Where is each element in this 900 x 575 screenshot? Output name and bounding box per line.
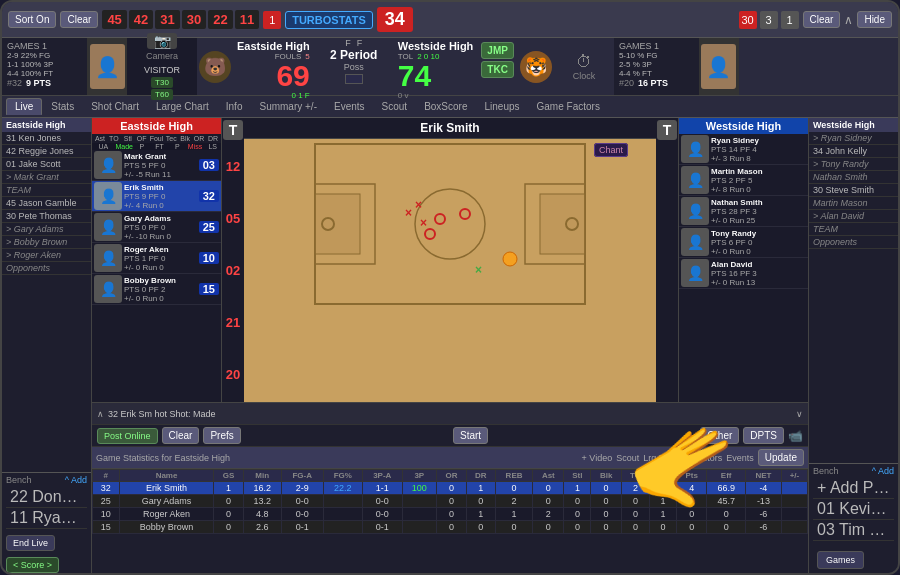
player-row-gary-adams[interactable]: 👤 Gary Adams PTS 0 PF 0 +/- -10 Run 0 25 — [92, 212, 221, 243]
td-gary-reb: 2 — [495, 495, 532, 508]
num-mark-grant: 03 — [199, 159, 219, 171]
sidebar-item-mark-grant[interactable]: > Mark Grant — [2, 171, 91, 184]
sidebar-item-ken-jones[interactable]: 31 Ken Jones — [2, 132, 91, 145]
right-period-indicators: 30 3 1 — [739, 11, 799, 29]
sidebar-right-opponents[interactable]: Opponents — [809, 236, 898, 249]
turbostats-logo: TURBOSTATS — [285, 11, 373, 29]
name-gary-adams: Gary Adams — [124, 214, 199, 223]
add-player-link[interactable]: ^ Add — [65, 475, 87, 485]
sidebar-item-opponents[interactable]: Opponents — [2, 262, 91, 275]
games-button[interactable]: Games — [817, 551, 864, 569]
jump-tkc-section: JMP TKC — [477, 38, 518, 95]
bench-label: Bench — [6, 475, 32, 485]
left-bench-section: Bench ^ Add 22 Donovan Korn 11 Ryan Long — [2, 472, 91, 531]
player-row-alan-david[interactable]: 👤 Alan David PTS 16 PF 3 +/- 0 Run 13 — [679, 258, 808, 289]
scroll-up-icon[interactable]: ∧ — [97, 409, 104, 419]
player-row-roger-aken[interactable]: 👤 Roger Aken PTS 1 PF 0 +/- 0 Run 0 10 — [92, 243, 221, 274]
td-bobby-3pa: 0-1 — [363, 521, 403, 534]
score-button[interactable]: < Score > — [6, 557, 59, 573]
right-add-link[interactable]: ^ Add — [872, 466, 894, 476]
main-score: 34 — [377, 7, 413, 32]
court-player-title: Erik Smith — [244, 118, 656, 139]
table-row-gary-adams[interactable]: 25 Gary Adams 0 13.2 0-0 0-0 0 0 2 — [93, 495, 808, 508]
scroll-down-icon[interactable]: ∨ — [796, 409, 803, 419]
clock-section: ⏱ Clock — [554, 38, 614, 95]
sidebar-item-bobby-brown[interactable]: > Bobby Brown — [2, 236, 91, 249]
fouls-row: F F — [345, 38, 362, 48]
sidebar-item-jake-scott[interactable]: 01 Jake Scott — [2, 158, 91, 171]
pts-erik-smith: PTS 9 PF 0 — [124, 192, 199, 201]
player-row-mark-grant[interactable]: 👤 Mark Grant PTS 5 PF 0 +/- -5 Run 11 03 — [92, 150, 221, 181]
video-icon[interactable]: 📹 — [788, 429, 803, 443]
table-row-roger-aken[interactable]: 10 Roger Aken 0 4.8 0-0 0-0 0 1 1 — [93, 508, 808, 521]
tab-boxscore[interactable]: BoxScore — [416, 99, 475, 114]
sidebar-item-gary-adams[interactable]: > Gary Adams — [2, 223, 91, 236]
th-blk: Blk — [591, 470, 621, 482]
player-row-martin-mason[interactable]: 👤 Martin Mason PTS 2 PF 5 +/- 8 Run 0 — [679, 165, 808, 196]
sidebar-right-alan-david[interactable]: > Alan David — [809, 210, 898, 223]
sidebar-item-jason-gamble[interactable]: 45 Jason Gamble — [2, 197, 91, 210]
table-row-erik-smith[interactable]: 32 Erik Smith 1 16.2 2-9 22.2 1-1 100 0 … — [93, 482, 808, 495]
td-roger-pf: 1 — [650, 508, 677, 521]
player-row-nathan-smith[interactable]: 👤 Nathan Smith PTS 28 PF 3 +/- 0 Run 25 — [679, 196, 808, 227]
sidebar-right-ryan-sidney[interactable]: > Ryan Sidney — [809, 132, 898, 145]
player-row-erik-smith[interactable]: 👤 Erik Smith PTS 9 PF 0 +/- 4 Run 0 32 — [92, 181, 221, 212]
tab-stats[interactable]: Stats — [43, 99, 82, 114]
hide-button[interactable]: Hide — [857, 11, 892, 28]
tkc-button[interactable]: TKC — [481, 61, 514, 78]
sidebar-right-john-kelly[interactable]: 34 John Kelly — [809, 145, 898, 158]
post-online-button[interactable]: Post Online — [97, 428, 158, 444]
tab-lineups[interactable]: Lineups — [477, 99, 528, 114]
clear-btn-bottom[interactable]: Clear — [162, 427, 200, 444]
num-bobby-brown: 15 — [199, 283, 219, 295]
other-btn[interactable]: Other — [700, 427, 739, 444]
sidebar-right-add-player[interactable]: + Add Player — [813, 478, 894, 499]
sidebar-item-roger-aken[interactable]: > Roger Aken — [2, 249, 91, 262]
sidebar-item-team[interactable]: TEAM — [2, 184, 91, 197]
sidebar-right-nathan-smith[interactable]: Nathan Smith — [809, 171, 898, 184]
sort-on-button[interactable]: Sort On — [8, 11, 56, 28]
table-row-bobby-brown[interactable]: 15 Bobby Brown 0 2.6 0-1 0-1 0 0 0 — [93, 521, 808, 534]
clear-button-1[interactable]: Clear — [60, 11, 98, 28]
sidebar-right-kevin-ian[interactable]: 01 Kevin Ian — [813, 499, 894, 520]
tab-game-factors[interactable]: Game Factors — [529, 99, 608, 114]
sidebar-right-martin-mason[interactable]: Martin Mason — [809, 197, 898, 210]
right-stat1: 5-10 % FG — [619, 51, 694, 60]
tab-shot-chart[interactable]: Shot Chart — [83, 99, 147, 114]
dpts-btn[interactable]: DPTS — [743, 427, 784, 444]
right-score-30: 30 — [739, 11, 757, 29]
sidebar-item-pete-thomas[interactable]: 30 Pete Thomas — [2, 210, 91, 223]
tab-live[interactable]: Live — [6, 98, 42, 115]
sidebar-bench-donovan[interactable]: 22 Donovan Korn — [6, 487, 87, 508]
t30-label[interactable]: T30 — [151, 77, 173, 88]
clear-button-2[interactable]: Clear — [803, 11, 841, 28]
avatar-ryan-sidney: 👤 — [681, 135, 709, 163]
sidebar-right-steve-smith[interactable]: 30 Steve Smith — [809, 184, 898, 197]
end-live-button[interactable]: End Live — [6, 535, 55, 551]
sidebar-right-tony-randy[interactable]: > Tony Randy — [809, 158, 898, 171]
pm-nathan-smith: +/- 0 Run 25 — [711, 216, 806, 225]
player-row-ryan-sidney[interactable]: 👤 Ryan Sidney PTS 14 PF 4 +/- 3 Run 8 — [679, 134, 808, 165]
sidebar-right-team[interactable]: TEAM — [809, 223, 898, 236]
tab-scout[interactable]: Scout — [374, 99, 416, 114]
update-button[interactable]: Update — [758, 449, 804, 466]
name-nathan-smith: Nathan Smith — [711, 198, 806, 207]
tab-events[interactable]: Events — [326, 99, 373, 114]
sidebar-item-reggie-jones[interactable]: 42 Reggie Jones — [2, 145, 91, 158]
start-btn[interactable]: Start — [453, 427, 488, 444]
player-row-bobby-brown[interactable]: 👤 Bobby Brown PTS 0 PF 2 +/- 0 Run 0 15 — [92, 274, 221, 305]
period-1[interactable]: 1 — [263, 11, 281, 29]
player-row-tony-randy[interactable]: 👤 Tony Randy PTS 6 PF 0 +/- 0 Run 0 — [679, 227, 808, 258]
sidebar-bench-ryan[interactable]: 11 Ryan Long — [6, 508, 87, 529]
th-num: # — [93, 470, 120, 482]
tab-summary[interactable]: Summary +/- — [251, 99, 325, 114]
right-score-indicator-col: T — [656, 118, 678, 402]
score-display: 45 42 31 30 22 11 — [102, 10, 259, 29]
tab-large-chart[interactable]: Large Chart — [148, 99, 217, 114]
jmp-button[interactable]: JMP — [481, 42, 514, 59]
col-ast: Ast — [94, 135, 106, 142]
tab-info[interactable]: Info — [218, 99, 251, 114]
sidebar-right-tim-thomas[interactable]: 03 Tim Thomas — [813, 520, 894, 541]
prefs-btn[interactable]: Prefs — [203, 427, 240, 444]
away-score: 69 — [276, 61, 309, 91]
